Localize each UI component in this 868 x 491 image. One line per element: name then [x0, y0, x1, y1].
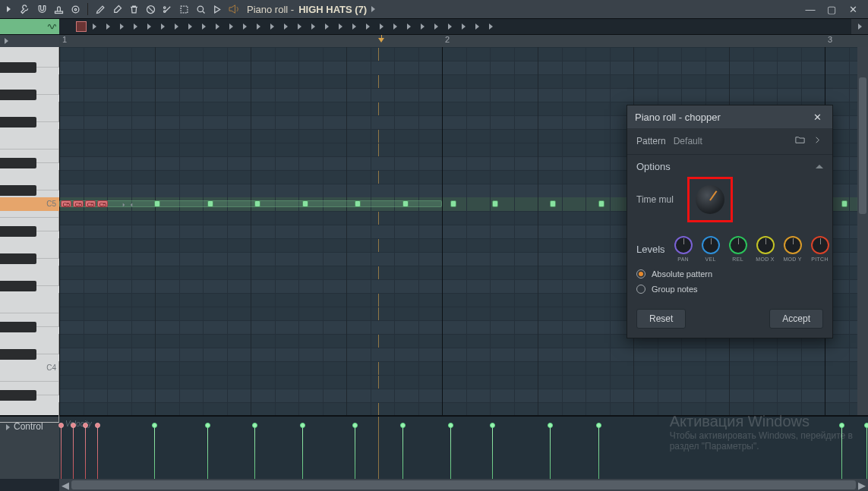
black-key[interactable] — [0, 62, 36, 73]
wrench-icon[interactable] — [17, 1, 33, 17]
velocity-stem[interactable] — [492, 426, 493, 479]
menu-caret-button[interactable] — [0, 1, 17, 17]
target-icon[interactable] — [67, 1, 84, 17]
note-green[interactable] — [841, 200, 847, 207]
grid-vertical-scrollbar[interactable] — [857, 47, 868, 415]
control-label-box[interactable]: Control — [0, 417, 59, 479]
bar-ruler[interactable]: 1 2 3 — [59, 35, 868, 47]
velocity-plot[interactable]: Velocity — [59, 417, 868, 479]
note-green[interactable] — [598, 200, 604, 207]
speaker-icon[interactable] — [226, 1, 242, 17]
black-key[interactable] — [0, 281, 36, 291]
level-knob-pitch[interactable]: PITCH — [810, 236, 831, 262]
level-knob-vel[interactable]: VEL — [700, 236, 721, 262]
timeline-scroll-right-button[interactable] — [851, 19, 868, 34]
velocity-stem[interactable] — [866, 426, 867, 479]
velocity-stem[interactable] — [302, 426, 303, 479]
timeline-marker[interactable] — [76, 21, 87, 32]
black-key[interactable] — [0, 390, 36, 401]
white-key[interactable] — [0, 402, 59, 423]
scroll-left-button[interactable]: ◀ — [59, 479, 71, 491]
close-button[interactable]: ✕ — [842, 4, 863, 15]
magnet-icon[interactable] — [33, 1, 50, 17]
slice-icon[interactable] — [159, 1, 175, 17]
maximize-button[interactable]: ▢ — [821, 4, 842, 15]
absolute-pattern-row[interactable]: Absolute pattern — [627, 266, 832, 282]
zoom-icon[interactable] — [192, 1, 209, 17]
time-mul-knob[interactable] — [696, 185, 724, 214]
options-header-row[interactable]: Options — [627, 155, 832, 175]
velocity-stem[interactable] — [450, 426, 451, 479]
playback-icon[interactable] — [209, 1, 226, 17]
dialog-titlebar[interactable]: Piano roll - chopper ✕ — [627, 105, 832, 128]
note-red[interactable]: C5 — [85, 200, 96, 207]
horizontal-scrollbar[interactable]: ◀ ▶ — [59, 479, 868, 491]
level-knob-rel[interactable]: REL — [728, 236, 749, 262]
scrollbar-thumb[interactable] — [859, 77, 866, 214]
note-red[interactable]: C5 — [73, 200, 84, 207]
velocity-stem[interactable] — [154, 426, 155, 479]
ruler-corner[interactable] — [0, 35, 59, 47]
pencil-icon[interactable] — [92, 1, 109, 17]
velocity-stem[interactable] — [402, 426, 403, 479]
note-green[interactable] — [254, 200, 260, 207]
velocity-stem[interactable] — [61, 426, 62, 479]
collapse-icon[interactable] — [816, 165, 823, 168]
note-green[interactable] — [450, 200, 456, 207]
scrollbar-thumb[interactable] — [71, 480, 856, 489]
black-key[interactable] — [0, 226, 36, 237]
note-green[interactable] — [355, 200, 361, 207]
black-key[interactable] — [0, 117, 36, 127]
note-ghost[interactable] — [59, 200, 442, 207]
black-key[interactable] — [0, 349, 36, 360]
accept-button[interactable]: Accept — [769, 309, 823, 329]
grid-hline — [59, 389, 868, 389]
velocity-stem[interactable] — [550, 426, 551, 479]
level-knob-modx[interactable]: MOD X — [755, 236, 776, 262]
note-green[interactable] — [550, 200, 556, 207]
select-icon[interactable] — [175, 1, 192, 17]
note-red[interactable]: C5 — [97, 200, 108, 207]
minimize-button[interactable]: — — [800, 4, 821, 15]
velocity-stem[interactable] — [355, 426, 355, 479]
radio-on-icon[interactable] — [636, 269, 645, 279]
level-knob-mody[interactable]: MOD Y — [782, 236, 803, 262]
black-key[interactable] — [0, 90, 36, 100]
mute-icon[interactable] — [142, 1, 159, 17]
velocity-stem[interactable] — [85, 426, 86, 479]
velocity-stem[interactable] — [73, 426, 74, 479]
radio-off-icon[interactable] — [636, 285, 645, 294]
note-green[interactable] — [492, 200, 498, 207]
velocity-stem[interactable] — [841, 426, 842, 479]
timeline-frames[interactable]: /* decorative ticks injected below */ — [59, 19, 868, 34]
dialog-close-button[interactable]: ✕ — [810, 109, 825, 126]
piano-keyboard[interactable]: C5C4 — [0, 47, 59, 415]
group-notes-row[interactable]: Group notes — [627, 282, 832, 301]
note-red[interactable]: C5 — [61, 200, 71, 207]
black-key[interactable] — [0, 158, 36, 168]
scroll-right-button[interactable]: ▶ — [856, 479, 868, 491]
note-green[interactable] — [302, 200, 308, 207]
title-caret-icon[interactable] — [371, 6, 375, 12]
stamp-icon[interactable] — [50, 1, 67, 17]
velocity-stem[interactable] — [598, 426, 599, 479]
pattern-value[interactable]: Default — [674, 136, 702, 146]
grid-beatline — [251, 47, 251, 415]
black-key[interactable] — [0, 185, 36, 196]
next-icon[interactable] — [812, 134, 823, 148]
note-green[interactable] — [207, 200, 213, 207]
black-key[interactable] — [0, 253, 36, 264]
black-key[interactable] — [0, 322, 36, 332]
note-green[interactable] — [402, 200, 409, 207]
folder-icon[interactable] — [794, 134, 806, 148]
resize-handle-icon[interactable] — [122, 200, 134, 211]
brush-icon[interactable] — [109, 1, 125, 17]
velocity-stem[interactable] — [207, 426, 208, 479]
velocity-stem[interactable] — [97, 426, 98, 479]
velocity-stem[interactable] — [254, 426, 255, 479]
timeline-gutter[interactable] — [0, 19, 59, 34]
trash-icon[interactable] — [125, 1, 142, 17]
level-knob-pan[interactable]: PAN — [673, 236, 694, 262]
note-green[interactable] — [154, 200, 160, 207]
reset-button[interactable]: Reset — [636, 309, 686, 329]
